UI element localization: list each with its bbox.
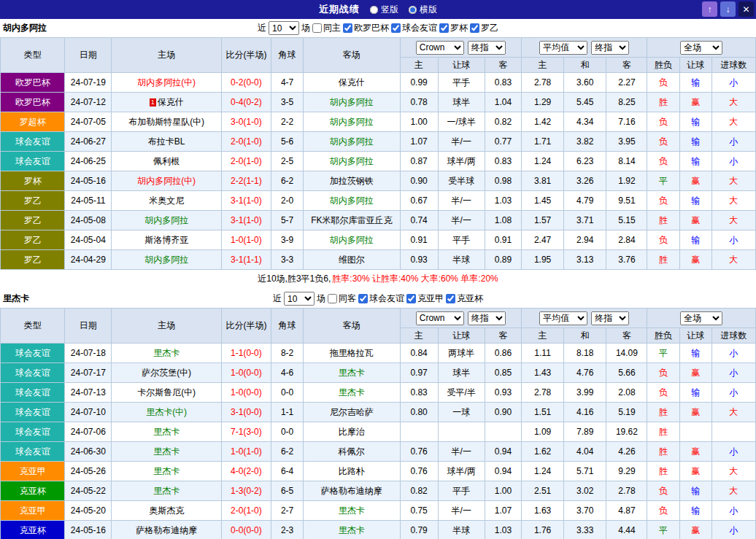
team-section-2: 里杰卡 近 10 场 同客 球会友谊克亚甲克亚杯 类型 日期 主场 比分(半场) [0, 290, 756, 539]
score-cell: 1-1(0-0) [221, 344, 271, 363]
average-odds-type-select[interactable]: 终指 [591, 311, 629, 325]
odds-cell: 2.84 [606, 230, 647, 250]
league-badge: 球会友谊 [1, 344, 65, 363]
odds-cell: 1.51 [522, 403, 564, 422]
league-badge: 克亚杯 [1, 481, 65, 501]
odds-cell: 3.13 [564, 250, 606, 270]
odds-cell: 0.78 [400, 93, 438, 112]
league-checkbox[interactable] [343, 23, 352, 33]
league-filter[interactable]: 罗乙 [470, 22, 498, 34]
date-cell: 24-05-04 [65, 230, 112, 250]
result-cell: 输 [679, 112, 711, 132]
odds-cell: 半球 [438, 521, 485, 539]
result-cell: 小 [711, 501, 755, 521]
match-row: 球会友谊24-06-27布拉卡BL2-0(1-0)5-6胡内多阿拉1.07半/一… [1, 132, 756, 152]
scroll-up-button[interactable]: ↑ [702, 1, 717, 17]
result-cell: 胜 [647, 93, 679, 112]
result-cell: 负 [647, 152, 679, 171]
result-cell: 小 [711, 442, 755, 462]
league-badge: 球会友谊 [1, 403, 65, 422]
matches-table: 类型 日期 主场 比分(半场) 角球 客场 Crown 终指 平均值 终指 [0, 308, 756, 539]
radio-icon[interactable] [370, 6, 378, 14]
fulltime-select[interactable]: 全场 [680, 311, 722, 325]
odds-cell: 5.19 [606, 403, 647, 422]
date-cell: 24-07-12 [65, 93, 112, 112]
match-count-select[interactable]: 10 [269, 21, 299, 35]
home-team-cell: 米奥文尼 [112, 191, 221, 211]
odds-cell: 0.91 [485, 230, 521, 250]
same-venue-checkbox[interactable] [328, 294, 337, 303]
odds-cell: 受半球 [438, 171, 485, 191]
corner-cell: 2-2 [271, 112, 304, 132]
subcol-result-goals: 进球数 [711, 328, 755, 344]
score-cell: 0-4(0-2) [221, 93, 271, 112]
subcol-result-wdl: 胜负 [647, 58, 679, 73]
summary-text: 近10场,胜3平1负6, [258, 273, 331, 285]
odds-cell: 平手 [438, 230, 485, 250]
league-filter[interactable]: 球会友谊 [391, 22, 437, 34]
result-cell: 大 [711, 250, 755, 270]
same-venue-filter[interactable]: 同主 [312, 22, 341, 34]
average-select[interactable]: 平均值 [539, 311, 587, 325]
league-filter[interactable]: 欧罗巴杯 [343, 22, 389, 34]
bookmaker-select[interactable]: Crown [416, 311, 464, 325]
result-cell: 胜 [647, 403, 679, 422]
scroll-down-button[interactable]: ↓ [720, 1, 736, 17]
close-button[interactable]: ✕ [738, 1, 754, 17]
score-cell: 1-0(1-0) [221, 442, 271, 462]
league-checkbox[interactable] [391, 23, 401, 33]
bookmaker-odds-type-select[interactable]: 终指 [468, 311, 506, 325]
league-checkbox[interactable] [406, 294, 416, 303]
odds-cell: 0.76 [400, 442, 438, 462]
same-venue-checkbox[interactable] [312, 23, 322, 33]
league-checkbox[interactable] [470, 23, 479, 33]
odds-cell: 4.34 [564, 112, 606, 132]
odds-cell: 2.78 [606, 481, 647, 501]
odds-cell: 0.89 [485, 250, 521, 270]
result-cell: 平 [647, 344, 679, 363]
score-cell: 2-0(1-0) [221, 152, 271, 171]
date-cell: 24-07-13 [65, 383, 112, 403]
corner-cell: 6-4 [271, 462, 304, 481]
league-checkbox[interactable] [439, 23, 449, 33]
league-filter[interactable]: 克亚杯 [446, 292, 483, 305]
league-badge: 罗乙 [1, 250, 65, 270]
score-cell: 1-0(0-0) [221, 363, 271, 383]
col-type: 类型 [1, 38, 65, 73]
match-row: 罗杯24-05-16胡内多阿拉(中)2-2(1-1)6-2加拉茨钢铁0.90受半… [1, 171, 756, 191]
bookmaker-odds-type-select[interactable]: 终指 [468, 41, 506, 55]
match-row: 罗乙24-05-08胡内多阿拉3-1(1-0)5-7FK米耶尔库雷亚丘克0.74… [1, 211, 756, 230]
same-venue-filter[interactable]: 同客 [328, 292, 356, 305]
subcol-handicap: 让球 [438, 58, 485, 73]
odds-cell: 3.71 [564, 211, 606, 230]
team-name: 胡内多阿拉 [3, 22, 47, 34]
league-checkbox[interactable] [446, 294, 455, 303]
subcol-draw-avg: 和 [564, 328, 606, 344]
layout-radio-horizontal[interactable]: 横版 [409, 4, 437, 16]
league-badge: 克亚甲 [1, 501, 65, 521]
result-cell: 小 [711, 152, 755, 171]
home-team-cell: 佩利根 [112, 152, 221, 171]
result-cell: 赢 [679, 521, 711, 539]
league-filter[interactable]: 球会友谊 [358, 292, 404, 305]
corner-cell: 2-3 [271, 521, 304, 539]
match-count-select[interactable]: 10 [284, 292, 315, 306]
average-select[interactable]: 平均值 [539, 41, 587, 55]
odds-cell: 1.07 [485, 501, 521, 521]
score-cell: 3-1(1-0) [221, 211, 271, 230]
odds-cell: 1.71 [522, 132, 564, 152]
league-checkbox[interactable] [358, 294, 368, 303]
average-odds-type-select[interactable]: 终指 [591, 41, 629, 55]
result-cell: 大 [711, 191, 755, 211]
league-filter[interactable]: 罗杯 [439, 22, 468, 34]
radio-icon[interactable] [409, 6, 417, 14]
corner-cell: 1-1 [271, 403, 304, 422]
result-cell: 输 [679, 73, 711, 93]
bookmaker-select[interactable]: Crown [416, 41, 464, 55]
odds-cell: 球半/两 [438, 462, 485, 481]
home-team-cell: 里杰卡 [112, 344, 221, 363]
layout-radio-vertical[interactable]: 竖版 [370, 4, 398, 16]
fulltime-select[interactable]: 全场 [680, 41, 722, 55]
odds-cell: 1.92 [606, 171, 647, 191]
league-filter[interactable]: 克亚甲 [406, 292, 444, 305]
